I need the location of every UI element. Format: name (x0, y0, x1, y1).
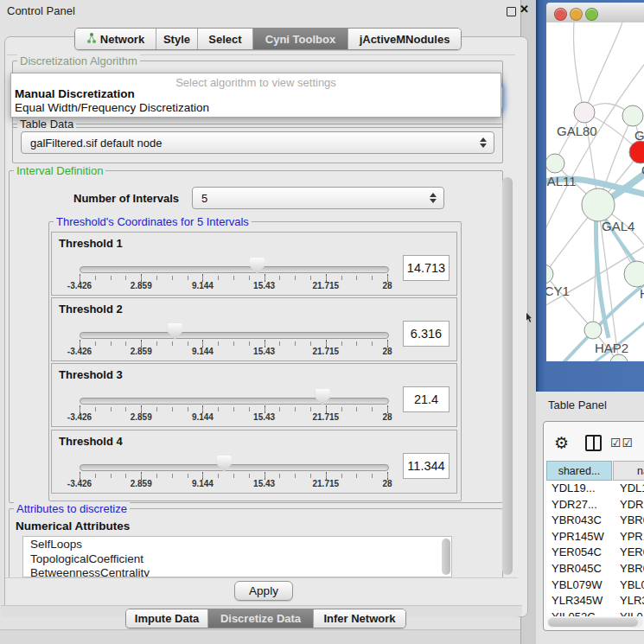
cell-name: YDL1 (620, 481, 644, 494)
cell-shared-name: YDL19... (552, 481, 596, 494)
close-traffic-light[interactable] (554, 8, 567, 21)
cell-name: YBR0 (620, 513, 644, 526)
select-columns-icon[interactable]: ☑☑ (610, 436, 634, 450)
network-graph: GAL80GACGAL11GAL4GCY1HHAP2 (546, 22, 644, 361)
screen: Control Panel ✕ NetworkStyleSelectCyni T… (0, 0, 644, 644)
attribute-item-selfloops[interactable]: SelfLoops (23, 537, 451, 552)
slider-minor-ticks (80, 276, 388, 280)
interval-definition-group-title: Interval Definition (14, 164, 105, 177)
combo-arrows-icon (480, 137, 487, 148)
tab-label: Cyni Toolbox (265, 33, 335, 46)
close-icon[interactable]: ✕ (520, 3, 529, 16)
table-data-combobox[interactable]: galFiltered.sif default node (21, 131, 494, 154)
table-row[interactable]: YER054CYER0 (546, 545, 644, 561)
panel-vertical-scrollbar[interactable] (502, 177, 513, 575)
tick-label: 15.43 (253, 412, 275, 422)
table-horizontal-scrollbar[interactable] (547, 617, 643, 628)
cell-name: YBL0 (620, 578, 644, 591)
table-row[interactable]: YBR045CYBR0 (546, 561, 644, 577)
slider-track[interactable] (80, 398, 389, 405)
tab-jactivemnodules[interactable]: jActiveMNodules (348, 29, 461, 49)
tab-network[interactable]: Network (75, 29, 156, 49)
tick-label: 15.43 (253, 479, 275, 488)
divider (5, 577, 518, 578)
attributes-group-title: Attributes to discretize (14, 502, 130, 515)
network-node-h[interactable] (624, 261, 644, 287)
network-node-ga[interactable] (622, 105, 643, 126)
number-of-intervals-combobox[interactable]: 5 (192, 187, 444, 209)
node-label: GAL11 (546, 174, 577, 188)
threshold-panel-4: Threshold 4-3.4262.8599.14415.4321.71528… (51, 430, 457, 494)
table-row[interactable]: YIL052CYIL0 (546, 609, 644, 616)
network-node-hap2[interactable] (584, 322, 602, 339)
network-canvas[interactable]: GAL80GACGAL11GAL4GCY1HHAP2 (546, 22, 644, 361)
algorithm-option-manual-discretization[interactable]: Manual Discretization (15, 87, 135, 100)
gear-icon[interactable]: ⚙ (554, 433, 569, 452)
slider-track[interactable] (80, 266, 389, 273)
node-label: HAP2 (595, 341, 628, 355)
cell-shared-name: YPR145W (552, 530, 604, 543)
table-row[interactable]: YDL19...YDL1 (546, 481, 644, 497)
threshold-value-field[interactable]: 11.344 (403, 453, 450, 479)
tick-label: -3.426 (67, 479, 92, 488)
threshold-value-field[interactable]: 21.4 (403, 386, 450, 412)
tick-label: -3.426 (67, 281, 92, 290)
mode-tab-infer-network[interactable]: Infer Network (314, 609, 405, 628)
mode-tab-impute-data[interactable]: Impute Data (126, 609, 208, 628)
tick-label: 2.859 (131, 347, 152, 356)
table-data-group-title: Table Data (17, 118, 76, 131)
table-row[interactable]: YPR145WYPR1 (546, 529, 644, 545)
zoom-traffic-light[interactable] (585, 8, 598, 21)
threshold-label: Threshold 4 (59, 435, 123, 448)
slider-track[interactable] (80, 332, 389, 339)
threshold-value-field[interactable]: 14.713 (403, 255, 450, 281)
cell-name: YIL0 (620, 610, 643, 616)
control-panel-tabbar: NetworkStyleSelectCyni ToolboxjActiveMNo… (74, 28, 462, 50)
tick-label: 9.144 (192, 412, 214, 422)
threshold-value-field[interactable]: 6.316 (403, 321, 450, 347)
mode-tab-discretize-data[interactable]: Discretize Data (208, 609, 314, 628)
table-row[interactable]: YBL079WYBL0 (546, 577, 644, 594)
column-header-shared-name[interactable]: shared... (546, 461, 612, 481)
network-node-gal11[interactable] (546, 154, 564, 173)
threshold-panel-3: Threshold 3-3.4262.8599.14415.4321.71528… (51, 363, 457, 427)
tick-label: 28 (382, 412, 392, 422)
table-row[interactable]: YDR27...YDR2 (546, 497, 644, 513)
network-node-gcy1[interactable] (546, 265, 553, 284)
numerical-attributes-list[interactable]: SelfLoopsTopologicalCoefficientBetweenne… (22, 536, 452, 577)
tick-label: 15.43 (253, 281, 275, 290)
attribute-item-topologicalcoefficient[interactable]: TopologicalCoefficient (23, 552, 451, 566)
tick-label: 2.859 (131, 281, 152, 290)
network-edge[interactable] (584, 22, 622, 112)
slider-minor-ticks (80, 407, 388, 411)
tick-label: 21.715 (313, 479, 340, 488)
minimize-traffic-light[interactable] (570, 8, 583, 21)
column-header-name[interactable]: na (613, 461, 644, 481)
algorithm-option-equal-width-frequency-discretization[interactable]: Equal Width/Frequency Discretization (15, 101, 209, 114)
tab-cyni-toolbox[interactable]: Cyni Toolbox (253, 29, 348, 49)
tab-select[interactable]: Select (198, 29, 253, 49)
network-node-gal80[interactable] (574, 102, 595, 123)
network-node-gal4[interactable] (582, 188, 615, 221)
cell-name: YBR0 (620, 562, 644, 575)
tick-label: 9.144 (192, 479, 214, 488)
apply-button[interactable]: Apply (234, 581, 293, 601)
float-window-icon[interactable] (507, 7, 516, 16)
list-scrollbar[interactable] (442, 539, 450, 575)
cell-shared-name: YBR045C (552, 562, 602, 575)
network-edge[interactable] (574, 22, 585, 112)
tick-label: 2.859 (131, 479, 152, 488)
node-label: GAL80 (557, 124, 597, 138)
cell-name: YDR2 (620, 498, 644, 511)
attribute-item-betweennesscentrality[interactable]: BetweennessCentrality (23, 565, 451, 577)
tab-style[interactable]: Style (156, 29, 198, 49)
threshold-panel-1: Threshold 1-3.4262.8599.14415.4321.71528… (51, 232, 457, 296)
tick-label: 21.715 (313, 281, 340, 290)
node-label: GCY1 (546, 284, 570, 298)
column-layout-icon[interactable] (585, 435, 602, 451)
algorithm-dropdown-popup: Select algorithm to view settings Manual… (10, 73, 501, 118)
slider-track[interactable] (80, 464, 389, 471)
table-row[interactable]: YLR345WYLR3 (546, 593, 644, 609)
table-row[interactable]: YBR043CYBR0 (546, 513, 644, 529)
control-panel-window: Control Panel ✕ NetworkStyleSelectCyni T… (0, 0, 521, 644)
